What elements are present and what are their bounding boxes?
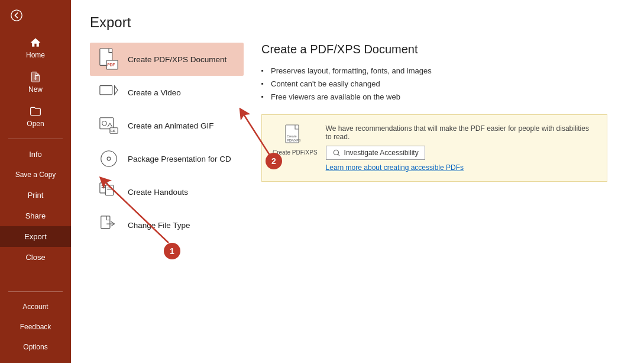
svg-rect-18 bbox=[101, 216, 110, 229]
sidebar-item-open-label: Open bbox=[27, 120, 44, 128]
sidebar-item-feedback-label: Feedback bbox=[20, 323, 51, 331]
svg-marker-5 bbox=[114, 86, 118, 95]
back-button[interactable] bbox=[0, 0, 71, 31]
sidebar-item-save-copy[interactable]: Save a Copy bbox=[0, 165, 71, 185]
export-option-package-cd-label: Package Presentation for CD bbox=[128, 155, 231, 163]
sidebar-item-print-label: Print bbox=[28, 191, 44, 200]
sidebar-item-close-label: Close bbox=[25, 253, 45, 262]
accessibility-box: Create PDF/XPS Create PDF/XPS We have re… bbox=[261, 114, 607, 182]
sidebar-item-home-label: Home bbox=[26, 51, 45, 59]
export-option-create-handouts-label: Create Handouts bbox=[128, 188, 188, 197]
accessibility-content: We have recommendations that will make t… bbox=[326, 124, 596, 172]
investigate-accessibility-button[interactable]: Investigate Accessibility bbox=[326, 146, 425, 160]
export-option-animated-gif-label: Create an Animated GIF bbox=[128, 121, 214, 130]
sidebar-nav-top: Home New Open Info Save a Copy Print Sha… bbox=[0, 31, 71, 287]
detail-bullet-1: Preserves layout, formatting, fonts, and… bbox=[261, 65, 607, 78]
learn-more-link[interactable]: Learn more about creating accessible PDF… bbox=[326, 163, 596, 172]
sidebar-item-save-copy-label: Save a Copy bbox=[15, 171, 56, 179]
investigate-icon bbox=[332, 149, 341, 157]
sidebar-item-info-label: Info bbox=[29, 150, 42, 159]
main-content: Export PDF Create PDF/XPS Document bbox=[71, 0, 644, 363]
accessibility-description: We have recommendations that will make t… bbox=[326, 124, 596, 141]
sidebar-item-share[interactable]: Share bbox=[0, 205, 71, 226]
export-option-create-pdf-label: Create PDF/XPS Document bbox=[128, 55, 226, 64]
sidebar-item-home[interactable]: Home bbox=[0, 31, 71, 65]
export-option-package-cd[interactable]: Package Presentation for CD bbox=[90, 142, 244, 175]
create-video-icon bbox=[98, 82, 119, 103]
svg-rect-4 bbox=[100, 86, 112, 95]
investigate-btn-label: Investigate Accessibility bbox=[344, 149, 419, 157]
svg-text:GIF: GIF bbox=[111, 129, 116, 133]
sidebar-item-export[interactable]: Export bbox=[0, 226, 71, 247]
detail-bullet-3: Free viewers are available on the web bbox=[261, 91, 607, 104]
sidebar-item-options[interactable]: Options bbox=[0, 337, 71, 357]
export-detail-panel: Create a PDF/XPS Document Preserves layo… bbox=[244, 43, 625, 349]
sidebar-divider-2 bbox=[8, 291, 63, 292]
svg-point-0 bbox=[11, 10, 22, 21]
create-pdf-xps-icon: Create PDF/XPS Create PDF/XPS bbox=[273, 124, 318, 156]
export-option-change-file-type[interactable]: Change File Type bbox=[90, 208, 244, 242]
export-option-create-video[interactable]: Create a Video bbox=[90, 76, 244, 109]
animated-gif-icon: GIF bbox=[98, 115, 119, 136]
package-cd-icon bbox=[98, 148, 119, 169]
export-option-change-file-type-label: Change File Type bbox=[128, 221, 190, 230]
detail-title: Create a PDF/XPS Document bbox=[261, 43, 607, 56]
sidebar-item-close[interactable]: Close bbox=[0, 247, 71, 268]
export-option-create-handouts[interactable]: Create Handouts bbox=[90, 175, 244, 208]
page-title: Export bbox=[90, 14, 625, 31]
export-options-list: PDF Create PDF/XPS Document Create a Vid… bbox=[90, 43, 244, 349]
change-file-type-icon bbox=[98, 214, 119, 236]
sidebar-item-account[interactable]: Account bbox=[0, 297, 71, 317]
sidebar: Home New Open Info Save a Copy Print Sha… bbox=[0, 0, 71, 363]
sidebar-nav-bottom: Account Feedback Options bbox=[0, 297, 71, 363]
export-option-animated-gif[interactable]: GIF Create an Animated GIF bbox=[90, 109, 244, 142]
sidebar-item-options-label: Options bbox=[23, 343, 47, 351]
export-option-create-video-label: Create a Video bbox=[128, 88, 181, 97]
create-pdf-icon: PDF bbox=[98, 49, 119, 70]
svg-point-11 bbox=[107, 157, 111, 160]
svg-rect-13 bbox=[105, 185, 113, 195]
export-layout: PDF Create PDF/XPS Document Create a Vid… bbox=[90, 43, 625, 349]
create-pdf-xps-label: Create PDF/XPS bbox=[273, 149, 318, 156]
detail-bullets: Preserves layout, formatting, fonts, and… bbox=[261, 65, 607, 104]
sidebar-divider-1 bbox=[8, 139, 63, 139]
sidebar-item-new[interactable]: New bbox=[0, 65, 71, 99]
create-handouts-icon bbox=[98, 181, 119, 203]
export-option-create-pdf[interactable]: PDF Create PDF/XPS Document bbox=[90, 43, 244, 76]
svg-text:PDF: PDF bbox=[107, 63, 115, 67]
sidebar-item-print[interactable]: Print bbox=[0, 185, 71, 205]
svg-text:Create: Create bbox=[287, 134, 297, 138]
sidebar-item-new-label: New bbox=[28, 85, 43, 94]
sidebar-item-open[interactable]: Open bbox=[0, 99, 71, 134]
svg-text:PDF/XPS: PDF/XPS bbox=[287, 139, 301, 142]
sidebar-item-feedback[interactable]: Feedback bbox=[0, 317, 71, 337]
sidebar-item-info[interactable]: Info bbox=[0, 144, 71, 165]
sidebar-item-share-label: Share bbox=[25, 211, 46, 220]
sidebar-item-account-label: Account bbox=[22, 303, 48, 311]
detail-bullet-2: Content can't be easily changed bbox=[261, 78, 607, 91]
sidebar-item-export-label: Export bbox=[24, 232, 47, 241]
